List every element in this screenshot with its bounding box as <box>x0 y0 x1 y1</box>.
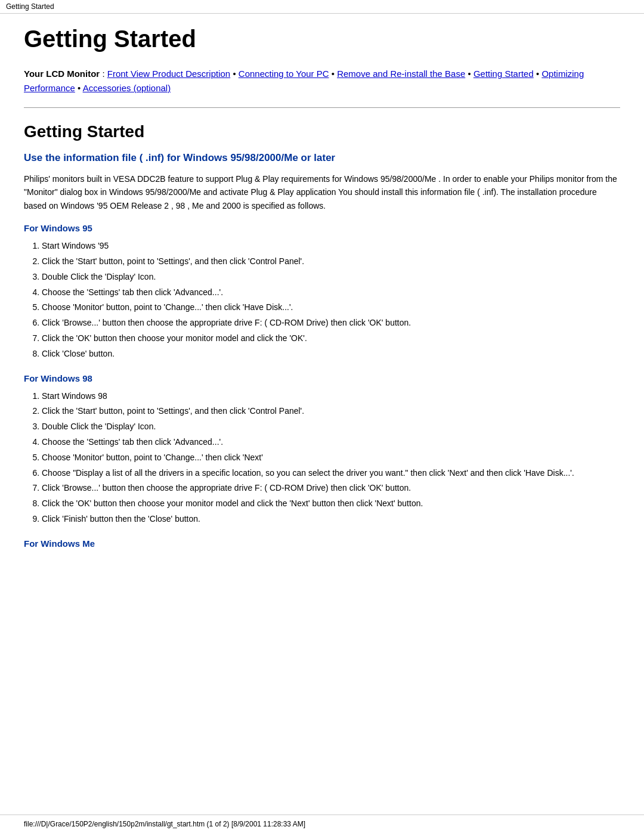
list-item: Click the 'Start' button, point to 'Sett… <box>42 255 620 269</box>
nav-bullet-4: • <box>536 69 541 79</box>
nav-bullet-2: • <box>332 69 337 79</box>
list-item: Double Click the 'Display' Icon. <box>42 420 620 434</box>
list-item: Choose the 'Settings' tab then click 'Ad… <box>42 435 620 450</box>
list-item: Click the 'OK' button then choose your m… <box>42 332 620 346</box>
nav-bullet-1: • <box>233 69 238 79</box>
list-item: Choose 'Monitor' button, point to 'Chang… <box>42 451 620 465</box>
nav-link-remove-reinstall[interactable]: Remove and Re-install the Base <box>337 69 465 79</box>
your-lcd-label: Your LCD Monitor <box>24 69 100 79</box>
list-item: Click the 'Start' button, point to 'Sett… <box>42 404 620 419</box>
windows98-heading: For Windows 98 <box>24 373 620 383</box>
list-item: Double Click the 'Display' Icon. <box>42 270 620 284</box>
list-item: Click the 'OK' button then choose your m… <box>42 497 620 511</box>
section-title: Getting Started <box>24 122 620 141</box>
nav-link-front-view[interactable]: Front View Product Description <box>107 69 230 79</box>
list-item: Click 'Browse...' button then choose the… <box>42 316 620 330</box>
browser-bar: Getting Started <box>0 0 644 14</box>
divider <box>24 107 620 108</box>
nav-bullet-5: • <box>78 83 83 93</box>
nav-separator-0: : <box>102 69 107 79</box>
list-item: Start Windows 98 <box>42 389 620 404</box>
list-item: Choose "Display a list of all the driver… <box>42 466 620 481</box>
nav-link-connecting[interactable]: Connecting to Your PC <box>239 69 329 79</box>
page-title: Getting Started <box>24 26 620 52</box>
nav-bullet-3: • <box>467 69 473 79</box>
list-item: Choose the 'Settings' tab then click 'Ad… <box>42 286 620 300</box>
windows98-steps: Start Windows 98 Click the 'Start' butto… <box>42 389 620 527</box>
nav-link-getting-started[interactable]: Getting Started <box>473 69 534 79</box>
windowsme-heading: For Windows Me <box>24 538 620 549</box>
nav-link-accessories[interactable]: Accessories (optional) <box>83 83 171 93</box>
nav-links-section: Your LCD Monitor : Front View Product De… <box>24 67 620 95</box>
section-description: Philips' monitors built in VESA DDC2B fe… <box>24 172 620 212</box>
section-subtitle: Use the information file ( .inf) for Win… <box>24 152 620 164</box>
list-item: Click 'Finish' button then the 'Close' b… <box>42 512 620 527</box>
windows95-steps: Start Windows '95 Click the 'Start' butt… <box>42 239 620 361</box>
browser-bar-text: Getting Started <box>6 2 54 11</box>
windows95-heading: For Windows 95 <box>24 223 620 233</box>
list-item: Click 'Close' button. <box>42 347 620 361</box>
list-item: Choose 'Monitor' button, point to 'Chang… <box>42 301 620 315</box>
list-item: Start Windows '95 <box>42 239 620 253</box>
list-item: Click 'Browse...' button then choose the… <box>42 481 620 496</box>
